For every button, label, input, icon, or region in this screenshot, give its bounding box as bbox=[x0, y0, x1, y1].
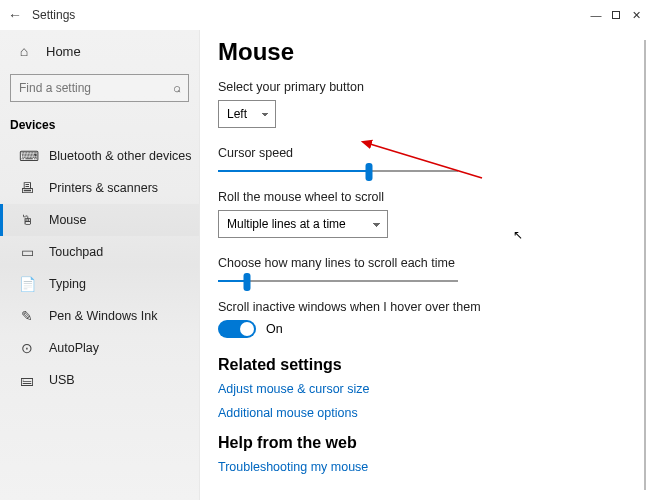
sidebar-item-label: AutoPlay bbox=[49, 341, 99, 355]
cursor-speed-label: Cursor speed bbox=[218, 146, 632, 160]
sidebar-item-pen-windows-ink[interactable]: ✎Pen & Windows Ink bbox=[0, 300, 199, 332]
sidebar-item-icon: ⌨ bbox=[19, 148, 35, 164]
window-controls: ― ✕ bbox=[586, 0, 646, 30]
sidebar-item-touchpad[interactable]: ▭Touchpad bbox=[0, 236, 199, 268]
help-header: Help from the web bbox=[218, 434, 632, 452]
sidebar-group-header: Devices bbox=[0, 112, 199, 140]
home-label: Home bbox=[46, 44, 81, 59]
sidebar-item-label: Bluetooth & other devices bbox=[49, 149, 191, 163]
back-button[interactable]: ← bbox=[8, 7, 26, 23]
related-settings-header: Related settings bbox=[218, 356, 632, 374]
minimize-button[interactable]: ― bbox=[586, 0, 606, 30]
sidebar-item-autoplay[interactable]: ⊙AutoPlay bbox=[0, 332, 199, 364]
primary-button-label: Select your primary button bbox=[218, 80, 632, 94]
lines-to-scroll-slider[interactable] bbox=[218, 280, 458, 282]
content-pane: Mouse Select your primary button Left Cu… bbox=[200, 30, 646, 500]
sidebar-item-typing[interactable]: 📄Typing bbox=[0, 268, 199, 300]
sidebar-item-icon: 🖱 bbox=[19, 212, 35, 228]
page-title: Mouse bbox=[218, 38, 632, 66]
titlebar: ← Settings bbox=[0, 0, 646, 30]
link-adjust-mouse-cursor-size[interactable]: Adjust mouse & cursor size bbox=[218, 382, 632, 396]
sidebar-item-icon: ▭ bbox=[19, 244, 35, 260]
sidebar-item-mouse[interactable]: 🖱Mouse bbox=[0, 204, 199, 236]
sidebar-item-icon: ✎ bbox=[19, 308, 35, 324]
wheel-mode-section: Roll the mouse wheel to scroll Multiple … bbox=[218, 190, 632, 238]
close-button[interactable]: ✕ bbox=[626, 0, 646, 30]
lines-to-scroll-section: Choose how many lines to scroll each tim… bbox=[218, 256, 632, 282]
lines-to-scroll-label: Choose how many lines to scroll each tim… bbox=[218, 256, 632, 270]
sidebar-item-icon: 📄 bbox=[19, 276, 35, 292]
link-troubleshooting-my-mouse[interactable]: Troubleshooting my mouse bbox=[218, 460, 632, 474]
sidebar: ⌂ Home ⌕ Devices ⌨Bluetooth & other devi… bbox=[0, 30, 200, 500]
wheel-mode-select[interactable]: Multiple lines at a time bbox=[218, 210, 388, 238]
sidebar-item-usb[interactable]: 🖴USB bbox=[0, 364, 199, 396]
cursor-pointer-icon: ↖ bbox=[513, 228, 523, 242]
primary-button-section: Select your primary button Left bbox=[218, 80, 632, 128]
sidebar-item-label: USB bbox=[49, 373, 75, 387]
cursor-speed-section: Cursor speed bbox=[218, 146, 632, 172]
primary-button-select[interactable]: Left bbox=[218, 100, 276, 128]
maximize-button[interactable] bbox=[606, 0, 626, 30]
sidebar-item-icon: ⊙ bbox=[19, 340, 35, 356]
sidebar-item-icon: 🖶 bbox=[19, 180, 35, 196]
search-icon: ⌕ bbox=[173, 80, 181, 95]
sidebar-item-label: Typing bbox=[49, 277, 86, 291]
sidebar-item-label: Touchpad bbox=[49, 245, 103, 259]
scroll-inactive-section: Scroll inactive windows when I hover ove… bbox=[218, 300, 632, 338]
link-additional-mouse-options[interactable]: Additional mouse options bbox=[218, 406, 632, 420]
scroll-inactive-toggle[interactable] bbox=[218, 320, 256, 338]
cursor-speed-slider[interactable] bbox=[218, 170, 458, 172]
window-title: Settings bbox=[32, 8, 75, 22]
scroll-inactive-label: Scroll inactive windows when I hover ove… bbox=[218, 300, 632, 314]
sidebar-item-icon: 🖴 bbox=[19, 372, 35, 388]
search-input[interactable] bbox=[10, 74, 189, 102]
home-icon: ⌂ bbox=[16, 43, 32, 59]
sidebar-item-label: Pen & Windows Ink bbox=[49, 309, 157, 323]
sidebar-item-label: Mouse bbox=[49, 213, 87, 227]
home-button[interactable]: ⌂ Home bbox=[0, 34, 199, 68]
wheel-mode-label: Roll the mouse wheel to scroll bbox=[218, 190, 632, 204]
sidebar-item-label: Printers & scanners bbox=[49, 181, 158, 195]
sidebar-item-printers-scanners[interactable]: 🖶Printers & scanners bbox=[0, 172, 199, 204]
scroll-inactive-state: On bbox=[266, 322, 283, 336]
sidebar-item-bluetooth-other-devices[interactable]: ⌨Bluetooth & other devices bbox=[0, 140, 199, 172]
